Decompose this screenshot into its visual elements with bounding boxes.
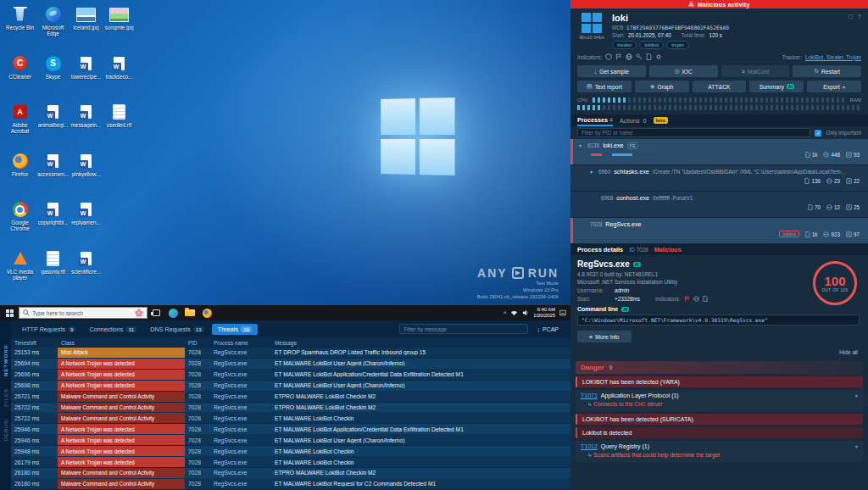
panel-side-tab[interactable]: FILES <box>3 388 8 407</box>
malware-family-tag[interactable]: lokibot <box>779 231 799 237</box>
danger-item[interactable]: T1012 Query Registry (1) ▾ Scans artifac… <box>576 441 863 462</box>
mitre-technique-link[interactable]: T1071 <box>581 393 598 398</box>
events-count-badge[interactable]: 97 <box>846 231 860 237</box>
process-node[interactable]: 6968 conhost.exe 0xffffffff -ForceV1 70 <box>570 192 868 218</box>
desktop-icon[interactable]: usedled.rtf <box>103 102 136 151</box>
files-count-badge[interactable]: 1k <box>805 231 818 237</box>
files-count-badge[interactable]: 136 <box>804 178 821 184</box>
action-button[interactable]: Export ▾ <box>807 81 861 92</box>
chevron-down-icon[interactable]: ▾ <box>855 393 858 398</box>
desktop-icon[interactable]: Microsoft Edge <box>36 4 70 53</box>
process-node[interactable]: ▾ 6136 loki.exe PE 1k <box>570 139 868 165</box>
threat-row[interactable]: 25153 ms Misc Attack 7028 RegSvcs.exe ET… <box>11 348 570 359</box>
action-button[interactable]: ◈ Graph <box>635 81 689 92</box>
events-count-badge[interactable]: 93 <box>846 152 860 158</box>
network-tab[interactable]: Threats 19 <box>212 324 258 335</box>
taskbar-clock[interactable]: 6:40 AM 1/20/2025 <box>533 307 555 319</box>
network-tab[interactable]: DNS Requests 13 <box>144 324 209 335</box>
action-button[interactable]: ATT&CK <box>693 81 747 92</box>
globe-indicator-icon[interactable] <box>626 53 632 60</box>
tab-processes[interactable]: Processes 4 <box>577 114 613 126</box>
danger-item[interactable]: LOKIBOT has been detected (SURICATA) <box>576 414 863 425</box>
action-button[interactable]: ≡ MalConf <box>721 65 790 77</box>
danger-item[interactable]: Lokibot is detected <box>576 427 863 438</box>
desktop-icon[interactable]: iceland.jpg <box>70 4 103 53</box>
desktop-icon[interactable]: Firefox <box>3 151 36 200</box>
files-count-badge[interactable]: 70 <box>808 204 821 210</box>
danger-item[interactable]: LOKIBOT has been detected (YARA) <box>576 376 863 387</box>
threat-row[interactable]: 26179 ms A Network Trojan was detected 7… <box>11 457 570 468</box>
chevron-down-icon[interactable]: ▾ <box>855 443 858 449</box>
taskbar-search[interactable]: Type here to search <box>19 307 147 319</box>
file-indicator-icon[interactable] <box>646 53 652 60</box>
edge-taskbar-button[interactable] <box>164 305 181 320</box>
ai-badge[interactable]: AI <box>633 262 641 267</box>
key-indicator-icon[interactable] <box>636 53 643 60</box>
action-button[interactable]: ◎ IOC <box>649 65 718 77</box>
network-count-badge[interactable]: 23 <box>826 178 840 184</box>
wifi-icon[interactable] <box>510 309 518 316</box>
network-count-badge[interactable]: 448 <box>823 152 840 158</box>
threat-row[interactable]: 25722 ms Malware Command and Control Act… <box>11 413 570 424</box>
tracker-links[interactable]: LokiBot, Stealer, Trojan <box>805 54 861 60</box>
process-node[interactable]: 7028 RegSvcs.exe lokibot 1k <box>570 218 868 244</box>
action-center-icon[interactable] <box>559 309 566 316</box>
message-filter-input[interactable] <box>399 324 528 334</box>
more-info-button[interactable]: ≡ More info <box>577 331 632 342</box>
desktop-icon[interactable]: Skype <box>36 53 70 103</box>
desktop-icon[interactable]: gasonly.rtf <box>36 248 70 298</box>
task-tag[interactable]: trojan <box>666 41 689 49</box>
flag-indicator-icon[interactable] <box>615 53 622 60</box>
start-button[interactable] <box>0 305 19 320</box>
hide-all-link[interactable]: Hide all <box>839 349 858 355</box>
pcap-download-button[interactable]: ↓ PCAP <box>530 326 565 332</box>
action-button[interactable]: Summary AI <box>749 81 804 92</box>
action-button[interactable]: ↓ Get sample <box>577 65 646 77</box>
events-count-badge[interactable]: 22 <box>846 178 860 184</box>
desktop-icon[interactable]: VLC media player <box>3 248 36 298</box>
desktop-icon[interactable]: replyamen... <box>70 199 103 248</box>
expand-caret-icon[interactable]: ▾ <box>590 169 595 175</box>
threat-row[interactable]: 25694 ms A Network Trojan was detected 7… <box>11 359 570 370</box>
panel-side-tab[interactable]: DEBUG <box>3 419 8 441</box>
threat-row[interactable]: 25948 ms A Network Trojan was detected 7… <box>11 446 570 457</box>
gear-indicator-icon[interactable] <box>655 53 662 60</box>
desktop-icon[interactable]: messagein... <box>70 102 103 151</box>
task-view-button[interactable] <box>147 305 164 320</box>
globe-indicator-icon[interactable] <box>693 296 699 302</box>
shield-indicator-icon[interactable] <box>605 53 612 60</box>
network-tab[interactable]: HTTP Requests 9 <box>16 324 81 335</box>
threat-row[interactable]: 26180 ms Malware Command and Control Act… <box>11 479 570 490</box>
network-count-badge[interactable]: 923 <box>823 231 840 237</box>
desktop-icon[interactable]: animalbegi... <box>36 102 70 151</box>
files-count-badge[interactable]: 1k <box>805 152 818 158</box>
threat-row[interactable]: 25721 ms Malware Command and Control Act… <box>11 392 570 403</box>
desktop-icon[interactable]: Recycle Bin <box>3 4 36 53</box>
desktop-icon[interactable]: trackseco... <box>103 53 136 103</box>
ai-badge[interactable]: AI <box>621 307 629 312</box>
speaker-icon[interactable] <box>522 309 529 316</box>
threat-row[interactable]: 25946 ms A Network Trojan was detected 7… <box>11 424 570 435</box>
md5-value[interactable]: 17BF29A93776B4F6BF948802FA52E6A9 <box>626 25 729 31</box>
desktop-icon[interactable]: copyrightbl... <box>36 199 70 248</box>
network-count-badge[interactable]: 12 <box>826 204 840 210</box>
tray-chevron-up-icon[interactable]: ^ <box>504 310 506 316</box>
file-indicator-icon[interactable] <box>703 296 708 302</box>
desktop-icon[interactable]: scientificre... <box>70 248 103 298</box>
file-explorer-button[interactable] <box>181 305 198 320</box>
desktop-icon[interactable]: pinkyellow... <box>70 151 103 200</box>
mitre-technique-link[interactable]: T1012 <box>581 443 598 449</box>
threat-row[interactable]: 25722 ms Malware Command and Control Act… <box>11 403 570 414</box>
desktop-icon[interactable]: accessmen... <box>36 151 70 200</box>
panel-side-tab[interactable]: NETWORK <box>3 344 8 376</box>
desktop-icon[interactable]: lowerecipe... <box>70 53 103 103</box>
events-count-badge[interactable]: 25 <box>846 204 860 210</box>
desktop-icon[interactable]: songmie.jpg <box>103 4 136 53</box>
desktop-icon[interactable]: Google Chrome <box>3 199 36 248</box>
task-tag[interactable]: lokibot <box>639 41 664 49</box>
action-button[interactable]: ↻ Restart <box>793 65 861 77</box>
threat-row[interactable]: 25946 ms A Network Trojan was detected 7… <box>11 435 570 446</box>
only-important-checkbox[interactable]: ✓ <box>815 130 821 136</box>
threat-row[interactable]: 26180 ms Malware Command and Control Act… <box>11 468 570 479</box>
firefox-taskbar-button[interactable] <box>198 305 215 320</box>
